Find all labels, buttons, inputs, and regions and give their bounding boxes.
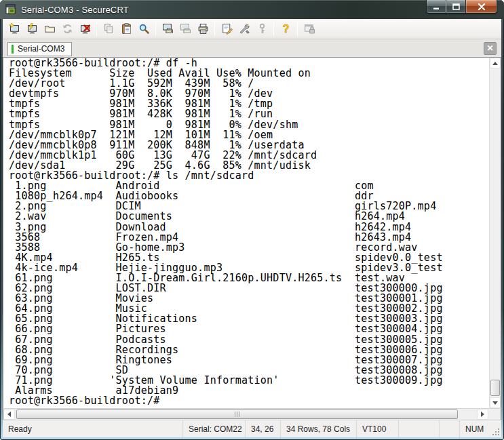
toolbar-separator bbox=[155, 22, 156, 36]
quick-connect-button[interactable] bbox=[5, 20, 23, 37]
toolbar-separator bbox=[273, 22, 274, 36]
arrow-left-icon bbox=[7, 412, 11, 417]
find-button[interactable] bbox=[135, 20, 153, 37]
paste-icon bbox=[121, 23, 132, 35]
arrow-up-icon bbox=[492, 62, 498, 65]
help-icon: ? bbox=[280, 23, 292, 35]
vertical-scrollbar[interactable] bbox=[489, 58, 501, 408]
status-serial-port: Serial: COM22 bbox=[182, 420, 245, 437]
copy-icon bbox=[103, 23, 115, 35]
find-icon bbox=[138, 23, 150, 35]
help-button[interactable]: ? bbox=[277, 20, 294, 37]
print-button[interactable] bbox=[194, 20, 212, 37]
print-selection-button bbox=[176, 20, 194, 37]
connect-in-tab-button[interactable] bbox=[41, 20, 58, 37]
session-options-button[interactable] bbox=[218, 20, 235, 37]
status-ready: Ready bbox=[3, 420, 182, 437]
title-bar[interactable]: Serial-COM3 - SecureCRT bbox=[0, 0, 504, 19]
vertical-scroll-thumb[interactable] bbox=[490, 380, 500, 396]
session-lock-button bbox=[301, 20, 318, 37]
reconnect-icon bbox=[62, 23, 73, 35]
toolbar: ? bbox=[3, 19, 501, 39]
global-options-button[interactable] bbox=[235, 20, 253, 37]
toolbar-separator bbox=[297, 22, 298, 36]
keymap-button bbox=[253, 20, 271, 37]
toolbar-separator bbox=[214, 22, 215, 36]
tab-status-indicator bbox=[12, 45, 14, 54]
session-options-icon bbox=[221, 23, 233, 35]
securecrt-window: Serial-COM3 - SecureCRT ? Serial-COM3 ✕ bbox=[0, 0, 504, 440]
disconnect-icon bbox=[79, 23, 91, 35]
arrow-down-icon bbox=[492, 401, 498, 405]
connect-icon bbox=[26, 23, 38, 35]
terminal-output[interactable]: root@rk3566-buildroot:/# df -h Filesyste… bbox=[3, 58, 489, 408]
disconnect-button[interactable] bbox=[76, 20, 94, 37]
print-icon bbox=[197, 23, 209, 35]
connect-in-tab-icon bbox=[44, 23, 56, 35]
keymap-icon bbox=[256, 23, 268, 35]
session-lock-icon bbox=[304, 23, 315, 35]
status-num-lock: NUM bbox=[459, 420, 490, 437]
status-blank-1 bbox=[398, 420, 439, 437]
horizontal-scroll-thumb[interactable] bbox=[16, 409, 458, 419]
scroll-down-button[interactable] bbox=[490, 397, 501, 408]
status-terminal-size: 34 Rows, 78 Cols bbox=[280, 420, 356, 437]
resize-grip[interactable] bbox=[490, 420, 501, 437]
toolbar-separator bbox=[96, 22, 97, 36]
scroll-up-button[interactable] bbox=[490, 58, 501, 68]
grip-icon bbox=[234, 412, 240, 417]
vertical-scroll-track[interactable] bbox=[490, 68, 501, 397]
scroll-right-button[interactable] bbox=[477, 409, 488, 420]
close-button[interactable] bbox=[466, 0, 497, 13]
arrow-right-icon bbox=[481, 412, 484, 417]
status-bar: Ready Serial: COM22 34, 26 34 Rows, 78 C… bbox=[3, 420, 501, 437]
connect-button[interactable] bbox=[23, 20, 41, 37]
global-options-icon bbox=[239, 23, 250, 35]
window-controls bbox=[426, 0, 497, 14]
app-icon bbox=[5, 4, 16, 15]
print-screen-icon bbox=[162, 23, 174, 35]
status-blank-2 bbox=[439, 420, 459, 437]
close-icon: ✕ bbox=[486, 44, 493, 52]
tab-bar: Serial-COM3 ✕ bbox=[3, 39, 501, 57]
status-emulation: VT100 bbox=[356, 420, 398, 437]
tab-label: Serial-COM3 bbox=[18, 44, 64, 54]
copy-button bbox=[100, 20, 117, 37]
svg-text:?: ? bbox=[282, 23, 289, 35]
maximize-button[interactable] bbox=[446, 0, 466, 13]
print-selection-icon bbox=[180, 23, 191, 35]
quick-connect-icon bbox=[9, 23, 20, 35]
minimize-button[interactable] bbox=[427, 0, 446, 13]
horizontal-scroll-track[interactable] bbox=[15, 409, 477, 420]
terminal-area: root@rk3566-buildroot:/# df -h Filesyste… bbox=[3, 57, 501, 408]
print-screen-button[interactable] bbox=[159, 20, 176, 37]
paste-button[interactable] bbox=[117, 20, 135, 37]
session-tab[interactable]: Serial-COM3 bbox=[7, 42, 72, 56]
tabbar-close-button[interactable]: ✕ bbox=[484, 42, 497, 55]
reconnect-button bbox=[58, 20, 76, 37]
status-cursor-position: 34, 26 bbox=[245, 420, 280, 437]
window-title: Serial-COM3 - SecureCRT bbox=[21, 5, 129, 15]
scrollbar-corner bbox=[488, 409, 501, 420]
scroll-left-button[interactable] bbox=[3, 409, 15, 420]
horizontal-scrollbar[interactable] bbox=[3, 408, 501, 420]
